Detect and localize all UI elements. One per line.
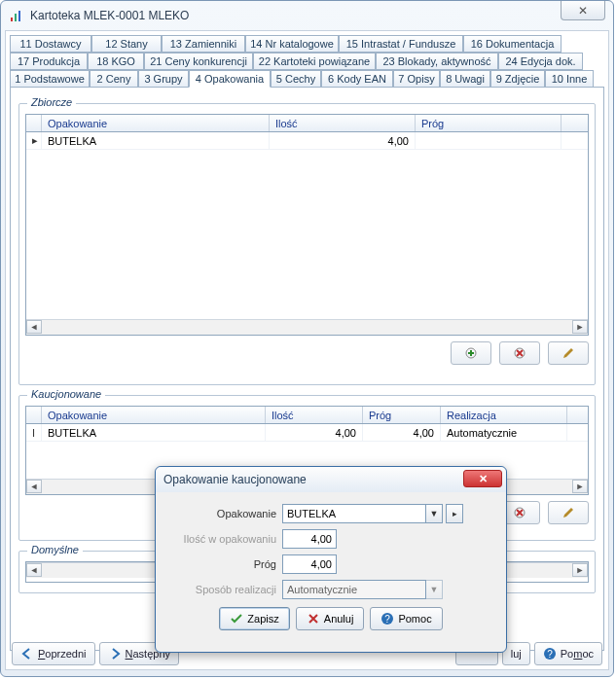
help-icon: ? [380,612,394,625]
tab-8-uwagi[interactable]: 8 Uwagi [440,70,490,88]
tab-row-3: 1 Podstawowe2 Ceny3 Grupy4 Opakowania5 C… [10,70,604,88]
scrollbar-h[interactable]: ◄ ► [26,319,588,335]
grid-kaucjonowane-header: Opakowanie Ilość Próg Realizacja [26,407,588,424]
lookup-button[interactable]: ▸ [446,504,463,523]
tab-21-ceny-konkurencji[interactable]: 21 Ceny konkurencji [144,53,253,70]
add-button[interactable] [451,341,491,365]
group-label-zbiorcze: Zbiorcze [27,96,76,108]
tab-4-opakowania[interactable]: 4 Opakowania [189,70,271,88]
group-label-kaucjonowane: Kaucjonowane [27,388,105,400]
col-opakowanie[interactable]: Opakowanie [42,115,270,131]
zapisz-button[interactable]: Zapisz [219,607,289,630]
tab-17-produkcja[interactable]: 17 Produkcja [10,53,88,70]
label-realizacja: Sposób realizacji [165,584,282,595]
tab-23-blokady,-aktywność[interactable]: 23 Blokady, aktywność [376,53,498,70]
table-row[interactable]: ▸ BUTELKA 4,00 [26,132,588,150]
delete-button[interactable] [499,341,540,365]
svg-text:?: ? [547,649,553,660]
tab-row-1: 11 Dostawcy12 Stany13 Zamienniki14 Nr ka… [10,35,604,53]
window-close-button[interactable]: ✕ [561,1,605,20]
tab-22-kartoteki-powiązane[interactable]: 22 Kartoteki powiązane [253,53,376,70]
tab-10-inne[interactable]: 10 Inne [545,70,594,88]
titlebar: Kartoteka MLEK-0001 MLEKO ✕ [1,1,613,30]
tab-11-dostawcy[interactable]: 11 Dostawcy [10,35,91,53]
grid-zbiorcze-header: Opakowanie Ilość Próg [26,115,588,132]
dropdown-button[interactable]: ▼ [425,504,443,523]
svg-rect-0 [11,18,13,21]
combo-opakowanie[interactable] [282,504,426,523]
app-icon [9,8,24,23]
grid-zbiorcze[interactable]: Opakowanie Ilość Próg ▸ BUTELKA 4,00 ◄ ► [25,114,589,336]
delete-icon [513,346,526,360]
tab-9-zdjęcie[interactable]: 9 Zdjęcie [490,70,545,88]
dropdown-button-disabled: ▼ [425,580,443,599]
edit-button[interactable] [548,341,589,365]
scroll-right-button[interactable]: ► [572,320,588,334]
tab-3-grupy[interactable]: 3 Grupy [138,70,189,88]
anuluj-button[interactable]: Anuluj [296,607,365,630]
tab-row-2: 17 Produkcja18 KGO21 Ceny konkurencji22 … [10,53,604,70]
help-icon: ? [543,647,557,661]
tab-16-dokumentacja[interactable]: 16 Dokumentacja [463,35,562,53]
delete-icon [513,506,526,519]
col-ilosc[interactable]: Ilość [270,115,416,131]
col-realizacja2[interactable]: Realizacja [441,407,567,423]
col-prog[interactable]: Próg [416,115,562,131]
tab-5-cechy[interactable]: 5 Cechy [271,70,321,88]
edit-icon [562,346,575,360]
dialog-opakowanie-kaucjonowane: Opakowanie kaucjonowane ✕ Opakowanie ▼ ▸… [155,466,507,653]
tab-15-intrastat-/-fundusze[interactable]: 15 Intrastat / Fundusze [339,35,463,53]
tab-24-edycja-dok.[interactable]: 24 Edycja dok. [498,53,583,70]
dialog-titlebar[interactable]: Opakowanie kaucjonowane ✕ [156,467,506,492]
input-prog[interactable] [282,554,337,574]
cancel-icon [307,612,320,625]
tab-13-zamienniki[interactable]: 13 Zamienniki [162,35,245,53]
table-row[interactable]: I BUTELKA 4,00 4,00 Automatycznie [26,424,588,442]
scroll-left-button[interactable]: ◄ [26,320,42,334]
group-zbiorcze: Zbiorcze Opakowanie Ilość Próg ▸ BUTELKA… [18,103,596,385]
scroll-left-button-3[interactable]: ◄ [26,563,42,577]
dialog-close-button[interactable]: ✕ [463,470,502,487]
label-opakowanie: Opakowanie [165,508,282,519]
arrow-left-icon [20,647,34,661]
col-prog2[interactable]: Próg [363,407,441,423]
tab-2-ceny[interactable]: 2 Ceny [90,70,138,88]
footer-pomoc-button[interactable]: ? Pomoc [534,642,602,665]
svg-rect-2 [18,11,20,21]
svg-rect-1 [15,14,17,21]
label-ilosc: Ilość w opakowaniu [165,533,282,545]
edit-icon [562,506,575,519]
tab-12-stany[interactable]: 12 Stany [91,35,162,53]
col-opakowanie2[interactable]: Opakowanie [42,407,266,423]
col-ilosc2[interactable]: Ilość [266,407,363,423]
window-title: Kartoteka MLEK-0001 MLEKO [30,9,189,22]
edit-button-2[interactable] [548,501,589,524]
scroll-right-button-3[interactable]: ► [572,563,588,577]
dialog-title: Opakowanie kaucjonowane [163,473,307,486]
arrow-right-icon [108,647,122,661]
prev-button[interactable]: PPoprzednioprzedni [12,642,95,665]
label-prog: Próg [165,558,282,570]
tab-7-opisy[interactable]: 7 Opisy [393,70,440,88]
scroll-right-button-2[interactable]: ► [572,480,588,493]
tab-18-kgo[interactable]: 18 KGO [88,53,144,70]
pomoc-button[interactable]: ? Pomoc [370,607,442,630]
scroll-left-button-2[interactable]: ◄ [26,480,42,493]
group-label-domyslne: Domyślne [27,544,83,555]
tab-14-nr-katalogowe[interactable]: 14 Nr katalogowe [245,35,339,53]
tab-1-podstawowe[interactable]: 1 Podstawowe [10,70,90,88]
svg-text:?: ? [385,614,391,625]
check-icon [230,612,243,625]
input-ilosc[interactable] [282,529,337,549]
add-icon [464,346,478,360]
combo-realizacja [282,580,426,599]
tab-6-kody-ean[interactable]: 6 Kody EAN [321,70,393,88]
